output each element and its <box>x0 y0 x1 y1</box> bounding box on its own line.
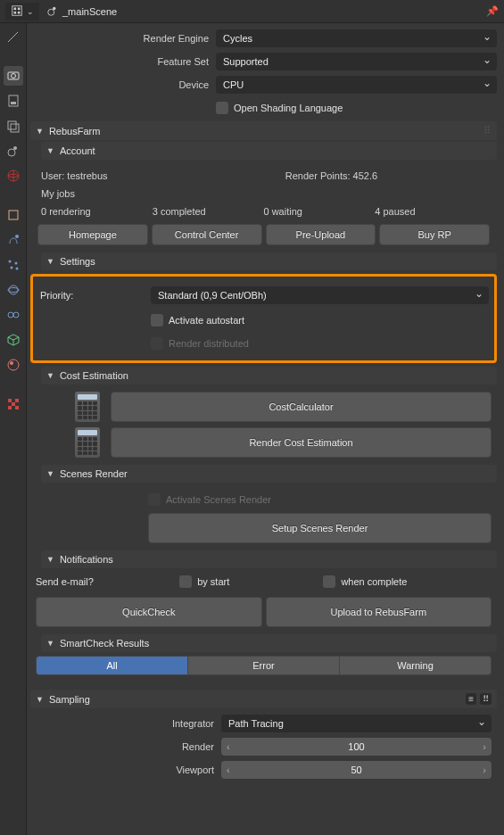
osl-checkbox[interactable] <box>216 102 228 114</box>
pin-icon[interactable]: 📌 <box>486 5 499 17</box>
properties-content: Render Engine Cycles Feature Set Support… <box>27 23 504 835</box>
viewport-samples-field[interactable]: 50 <box>221 761 492 779</box>
cost-calculator-button[interactable]: CostCalculator <box>111 392 492 422</box>
editor-type-dropdown[interactable]: ⌄ <box>5 3 39 21</box>
svg-rect-29 <box>15 399 19 402</box>
priority-label: Priority: <box>38 290 151 301</box>
panel-sampling[interactable]: ▼ Sampling ≡ ⠿ <box>30 690 497 708</box>
svg-rect-0 <box>12 5 22 15</box>
drag-handle-icon[interactable]: ⠿ <box>483 125 492 136</box>
distributed-checkbox[interactable] <box>151 337 163 350</box>
svg-point-8 <box>11 74 15 79</box>
tab-render[interactable] <box>4 66 23 86</box>
calculator-icon <box>75 427 100 458</box>
osl-label: Open Shading Language <box>234 103 343 113</box>
tab-scene[interactable] <box>4 141 23 161</box>
filter-warning[interactable]: Warning <box>340 656 492 675</box>
svg-point-22 <box>9 285 18 294</box>
svg-point-14 <box>13 146 17 150</box>
by-start-label: by start <box>197 576 229 587</box>
disclosure-icon: ▼ <box>46 555 54 564</box>
preset-icon[interactable]: ≡ <box>466 693 476 705</box>
device-dropdown[interactable]: CPU <box>216 76 497 94</box>
control-center-button[interactable]: Control Center <box>152 224 262 245</box>
upload-button[interactable]: Upload to RebusFarm <box>266 597 492 627</box>
svg-rect-3 <box>14 11 17 13</box>
quickcheck-button[interactable]: QuickCheck <box>36 597 262 627</box>
render-samples-field[interactable]: 100 <box>221 738 492 756</box>
subpanel-title: Account <box>60 145 95 156</box>
pre-upload-button[interactable]: Pre-Upload <box>266 224 376 245</box>
panel-title: RebusFarm <box>49 126 100 136</box>
filter-all[interactable]: All <box>36 656 188 675</box>
settings-highlight: Priority: Standard (0,9 Cent/OBh) Activa… <box>30 274 497 363</box>
svg-rect-1 <box>14 7 17 10</box>
svg-rect-4 <box>18 11 21 13</box>
feature-set-label: Feature Set <box>30 56 216 67</box>
integrator-dropdown[interactable]: Path Tracing <box>221 715 492 732</box>
distributed-label: Render distributed <box>169 338 249 349</box>
send-email-label: Send e-mail? <box>36 576 176 587</box>
tab-world[interactable] <box>4 166 23 186</box>
svg-point-5 <box>48 9 54 15</box>
tab-viewlayer[interactable] <box>4 116 23 136</box>
buy-rp-button[interactable]: Buy RP <box>379 224 490 245</box>
tab-object[interactable] <box>4 205 23 225</box>
subpanel-notifications[interactable]: ▼ Notifications <box>41 550 497 568</box>
subpanel-account[interactable]: ▼ Account <box>41 142 497 160</box>
svg-point-24 <box>8 312 13 318</box>
autostart-label: Activate autostart <box>169 315 244 326</box>
chevron-down-icon: ⌄ <box>27 7 34 16</box>
disclosure-icon: ▼ <box>46 371 54 380</box>
render-engine-dropdown[interactable]: Cycles <box>216 29 497 47</box>
svg-point-17 <box>15 235 19 238</box>
panel-rebusfarm[interactable]: ▼ RebusFarm ⠿ <box>30 121 497 140</box>
svg-point-23 <box>8 288 19 293</box>
subpanel-title: Cost Estimation <box>60 370 128 381</box>
subpanel-scenes[interactable]: ▼ Scenes Render <box>41 465 497 483</box>
autostart-checkbox[interactable] <box>151 314 163 327</box>
tab-particle[interactable] <box>4 255 23 275</box>
svg-rect-28 <box>8 399 12 402</box>
properties-icon <box>11 4 23 19</box>
render-points-label: Render Points: 452.6 <box>235 170 428 181</box>
subpanel-cost[interactable]: ▼ Cost Estimation <box>41 367 497 384</box>
calculator-icon <box>75 392 100 422</box>
integrator-label: Integrator <box>36 718 221 729</box>
subpanel-smartcheck[interactable]: ▼ SmartCheck Results <box>41 634 497 652</box>
svg-rect-32 <box>15 406 19 409</box>
feature-set-dropdown[interactable]: Supported <box>216 53 497 70</box>
subpanel-settings[interactable]: ▼ Settings <box>41 252 497 270</box>
tab-data[interactable] <box>4 330 23 350</box>
drag-handle-icon[interactable]: ⠿ <box>480 693 492 705</box>
subpanel-title: Scenes Render <box>60 468 128 479</box>
homepage-button[interactable]: Homepage <box>37 224 148 245</box>
tab-texture[interactable] <box>4 394 23 414</box>
disclosure-icon: ▼ <box>36 127 44 136</box>
tab-modifier[interactable] <box>4 230 23 250</box>
subpanel-title: Notifications <box>60 554 113 565</box>
disclosure-icon: ▼ <box>46 146 54 155</box>
jobs-completed: 3 completed <box>153 206 264 217</box>
render-cost-estimation-button[interactable]: Render Cost Estimation <box>111 427 492 458</box>
svg-point-13 <box>8 149 15 156</box>
svg-rect-10 <box>11 102 16 104</box>
by-start-checkbox[interactable] <box>179 575 192 588</box>
svg-rect-12 <box>11 124 19 132</box>
disclosure-icon: ▼ <box>36 695 44 704</box>
priority-dropdown[interactable]: Standard (0,9 Cent/OBh) <box>151 286 489 304</box>
tab-constraint[interactable] <box>4 305 23 325</box>
panel-title: Sampling <box>49 694 90 705</box>
tab-output[interactable] <box>4 91 23 111</box>
tab-tool[interactable] <box>4 27 23 46</box>
filter-error[interactable]: Error <box>188 656 340 675</box>
scene-icon <box>46 4 59 19</box>
setup-scenes-button[interactable]: Setup Scenes Render <box>148 513 492 543</box>
when-complete-checkbox[interactable] <box>323 575 335 588</box>
smartcheck-filter: All Error Warning <box>36 656 492 675</box>
tab-physics[interactable] <box>4 280 23 300</box>
scenes-activate-checkbox[interactable] <box>148 493 161 506</box>
svg-point-6 <box>53 6 56 10</box>
tab-material[interactable] <box>4 355 23 375</box>
jobs-paused: 4 paused <box>375 206 486 217</box>
